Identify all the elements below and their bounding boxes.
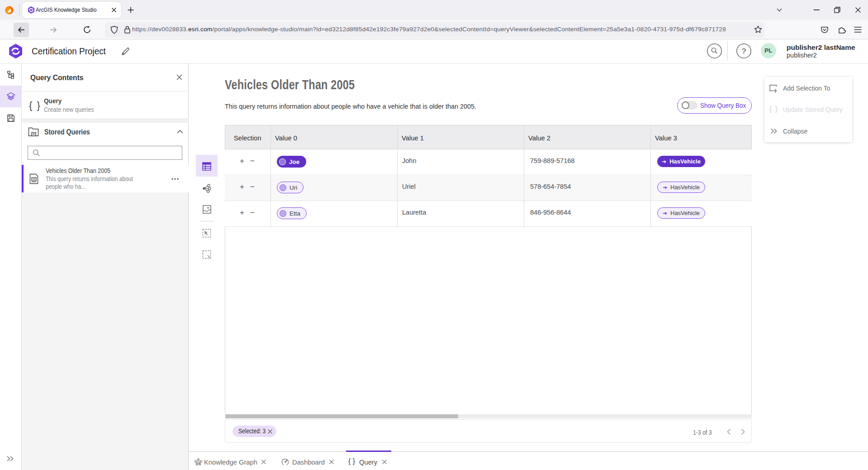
svg-text:?: ? (742, 47, 746, 56)
